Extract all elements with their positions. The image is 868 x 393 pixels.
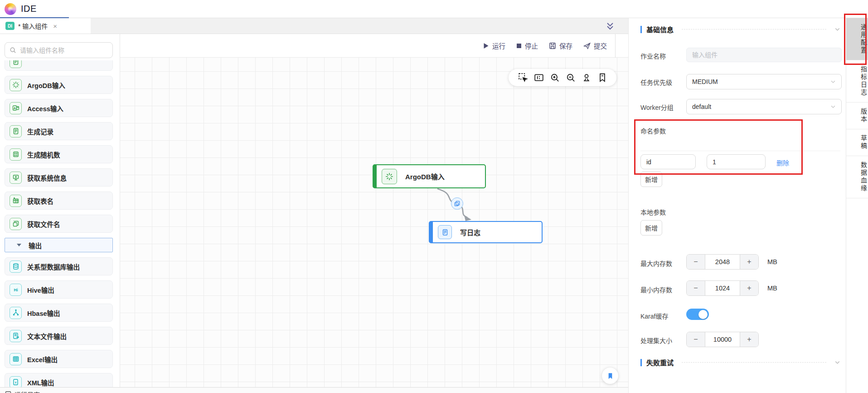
access-db-icon: A [10, 102, 22, 114]
batch-size-value[interactable]: 10000 [705, 332, 740, 347]
table-plus-icon [10, 195, 22, 207]
list-item-get-table-name[interactable]: 获取表名 [5, 192, 113, 210]
list-item-label: XML输出 [27, 378, 54, 387]
monitor-icon [10, 172, 22, 184]
search-input[interactable] [20, 47, 108, 54]
document-icon [10, 60, 22, 68]
svg-text:Hi: Hi [14, 288, 18, 292]
node-argodb-input[interactable]: ArgoDB输入 [373, 164, 486, 188]
minus-button[interactable]: − [687, 281, 705, 295]
toggle-knob [698, 310, 708, 319]
node-write-log[interactable]: 写日志 [429, 221, 543, 243]
batch-size-stepper: − 10000 + [686, 332, 759, 347]
zoom-out-icon[interactable] [566, 73, 576, 83]
component-search[interactable] [5, 42, 113, 58]
submit-button[interactable]: 提交 [583, 41, 607, 50]
delete-param-link[interactable]: 删除 [776, 158, 789, 167]
document-lines-icon [10, 125, 22, 138]
config-panel: 基础信息 作业名称 任务优先级 MEDIUM Worker分组 default … [628, 18, 846, 393]
tab-bar: DI * 输入组件 × [0, 18, 628, 34]
job-name-label: 作业名称 [640, 51, 666, 60]
list-item-generate-random[interactable]: 生成随机数 [5, 145, 113, 163]
run-log-label: 运行日志 [15, 390, 40, 393]
plus-button[interactable]: + [740, 255, 758, 269]
list-item-rdb-output[interactable]: 关系型数据库输出 [5, 257, 113, 275]
run-log-icon [5, 391, 12, 393]
param-value-input[interactable] [707, 154, 766, 169]
karaf-cache-label: Karaf缓存 [640, 311, 668, 320]
add-local-param-button[interactable]: 新增 [640, 220, 662, 236]
run-button[interactable]: 运行 [483, 41, 505, 50]
marquee-select-icon[interactable] [518, 73, 528, 83]
vtab-metrics-log[interactable]: 指标日志 [846, 60, 868, 103]
svg-text:x: x [15, 381, 16, 384]
chevron-down-triangle-icon [17, 244, 21, 246]
minus-button[interactable]: − [687, 332, 705, 347]
list-item-get-system-info[interactable]: 获取系统信息 [5, 168, 113, 187]
priority-select[interactable]: MEDIUM [686, 74, 842, 89]
worker-group-select[interactable]: default [686, 99, 842, 114]
group-label: 输出 [29, 241, 42, 250]
list-item-get-file-name[interactable]: 获取文件名 [5, 215, 113, 233]
param-key-input[interactable] [640, 154, 696, 169]
vtab-general-config[interactable]: 通用配置 [846, 18, 868, 60]
list-item-excel-output[interactable]: Excel输出 [5, 350, 113, 368]
named-params-label: 命名参数 [640, 126, 666, 135]
list-item-label: Hive输出 [27, 285, 54, 295]
dice-icon [10, 148, 22, 161]
section-basic-info[interactable]: 基础信息 [640, 25, 840, 34]
layout-icon[interactable] [534, 73, 544, 83]
chevron-down-icon[interactable] [834, 359, 840, 365]
chevron-down-icon[interactable] [834, 26, 840, 32]
section-retry[interactable]: 失败重试 [640, 358, 840, 367]
karaf-cache-toggle[interactable] [686, 309, 709, 320]
vtab-draft[interactable]: 草稿 [846, 129, 868, 156]
bookmark-fab[interactable] [602, 368, 618, 384]
minus-button[interactable]: − [687, 255, 705, 269]
zoom-in-icon[interactable] [550, 73, 560, 83]
section-accent-bar [640, 359, 642, 366]
component-list: ArgoDB输入 A Access输入 生成记录 [5, 60, 113, 387]
section-title: 基础信息 [646, 25, 674, 34]
locate-icon[interactable] [582, 73, 592, 83]
tab-close-icon[interactable]: × [53, 22, 57, 30]
list-item-xml-output[interactable]: x XML输出 [5, 373, 113, 387]
min-memory-value[interactable]: 1024 [705, 281, 740, 295]
max-memory-value[interactable]: 2048 [705, 255, 740, 269]
list-item-partial[interactable] [5, 60, 113, 71]
list-item-hive-output[interactable]: Hi Hive输出 [5, 280, 113, 299]
list-item-text-file-output[interactable]: 文本文件输出 [5, 327, 113, 345]
starburst-icon [382, 169, 397, 184]
bookmark-minus-icon[interactable] [597, 73, 607, 83]
save-button[interactable]: 保存 [549, 41, 572, 50]
save-icon [549, 42, 556, 49]
priority-value: MEDIUM [692, 78, 718, 85]
dashed-rule [682, 29, 826, 29]
list-item-argodb-input[interactable]: ArgoDB输入 [5, 76, 113, 94]
edge-copy-badge[interactable] [451, 197, 463, 210]
stop-button[interactable]: 停止 [516, 41, 538, 50]
job-name-input[interactable] [686, 48, 842, 62]
svg-text:A: A [13, 106, 16, 110]
group-header-output[interactable]: 输出 [5, 238, 113, 252]
status-bar[interactable]: 运行日志 [0, 387, 628, 393]
canvas-grid [120, 58, 628, 393]
memory-unit: MB [767, 285, 777, 292]
collapse-tabs-icon[interactable] [605, 21, 616, 32]
list-item-generate-records[interactable]: 生成记录 [5, 122, 113, 140]
canvas-tools-pill [509, 69, 616, 86]
plus-button[interactable]: + [740, 332, 758, 347]
vtab-version[interactable]: 版本 [846, 103, 868, 129]
tab-input-component[interactable]: DI * 输入组件 × [0, 18, 91, 34]
document-lines-icon [438, 225, 452, 239]
list-item-label: ArgoDB输入 [27, 80, 65, 90]
list-item-access-input[interactable]: A Access输入 [5, 99, 113, 117]
divider [640, 151, 840, 151]
list-item-hbase-output[interactable]: Hbase输出 [5, 304, 113, 322]
min-memory-label: 最小内存数 [640, 285, 672, 294]
plus-button[interactable]: + [740, 281, 758, 295]
add-named-param-button[interactable]: 新增 [640, 172, 662, 187]
play-icon [483, 43, 489, 49]
flow-canvas[interactable]: 运行 停止 保存 提交 [120, 34, 628, 393]
vtab-data-lineage[interactable]: 数据血缘 [846, 156, 868, 198]
